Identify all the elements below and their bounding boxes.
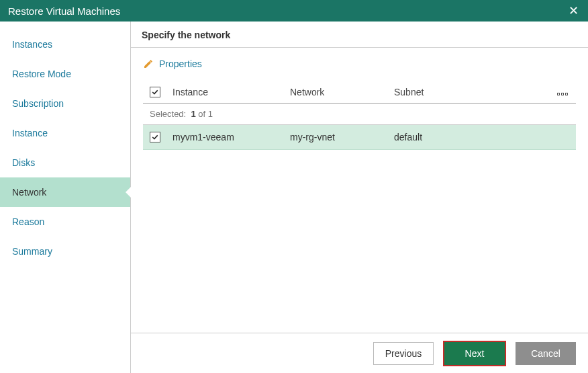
table-row[interactable]: myvm1-veeam my-rg-vnet default [143, 125, 576, 150]
wizard-footer: Previous Next Cancel [131, 333, 588, 373]
sidebar-item-label: Network [12, 187, 46, 198]
sidebar-item-label: Subscription [12, 98, 64, 109]
selection-total: 1 [208, 109, 213, 119]
sidebar-item-label: Instance [12, 128, 48, 138]
grid-header: Instance Network Subnet [143, 81, 576, 103]
page-title: Specify the network [131, 22, 588, 48]
next-button[interactable]: Next [444, 342, 505, 365]
sidebar-item-disks[interactable]: Disks [0, 148, 130, 177]
sidebar-item-summary[interactable]: Summary [0, 237, 130, 266]
cell-network: my-rg-vnet [290, 132, 394, 142]
main-panel: Specify the network Properties [131, 22, 588, 373]
cell-subnet: default [394, 132, 549, 142]
selection-count: 1 [191, 109, 195, 119]
column-header-instance[interactable]: Instance [173, 87, 290, 97]
sidebar-item-label: Instances [12, 39, 52, 50]
properties-link[interactable]: Properties [143, 58, 202, 69]
instances-grid: Instance Network Subnet Selected: 1 [143, 81, 576, 150]
selection-of: of [198, 109, 205, 119]
pencil-icon [143, 58, 154, 69]
window-title: Restore Virtual Machines [8, 5, 567, 17]
column-header-subnet[interactable]: Subnet [394, 87, 549, 97]
previous-button[interactable]: Previous [373, 342, 434, 365]
row-checkbox[interactable] [150, 132, 160, 142]
wizard-steps-sidebar: Instances Restore Mode Subscription Inst… [0, 22, 131, 373]
sidebar-item-restore-mode[interactable]: Restore Mode [0, 59, 130, 89]
sidebar-item-network[interactable]: Network [0, 177, 130, 207]
selection-prefix: Selected: [150, 109, 186, 119]
restore-vm-dialog: Restore Virtual Machines ✕ Instances Res… [0, 0, 588, 373]
sidebar-item-reason[interactable]: Reason [0, 207, 130, 237]
cancel-button[interactable]: Cancel [516, 342, 576, 365]
sidebar-item-instance[interactable]: Instance [0, 118, 130, 148]
cell-instance: myvm1-veeam [173, 132, 290, 142]
title-bar: Restore Virtual Machines ✕ [0, 0, 588, 22]
sidebar-item-instances[interactable]: Instances [0, 30, 130, 59]
sidebar-item-label: Disks [12, 157, 35, 168]
column-options-icon[interactable] [557, 93, 568, 95]
selection-summary: Selected: 1 of 1 [143, 103, 576, 125]
sidebar-item-subscription[interactable]: Subscription [0, 89, 130, 118]
sidebar-item-label: Restore Mode [12, 69, 71, 79]
select-all-checkbox[interactable] [150, 87, 160, 97]
column-header-network[interactable]: Network [290, 87, 394, 97]
sidebar-item-label: Reason [12, 216, 44, 227]
sidebar-item-label: Summary [12, 246, 52, 257]
properties-label: Properties [159, 58, 202, 69]
close-icon[interactable]: ✕ [567, 4, 580, 17]
